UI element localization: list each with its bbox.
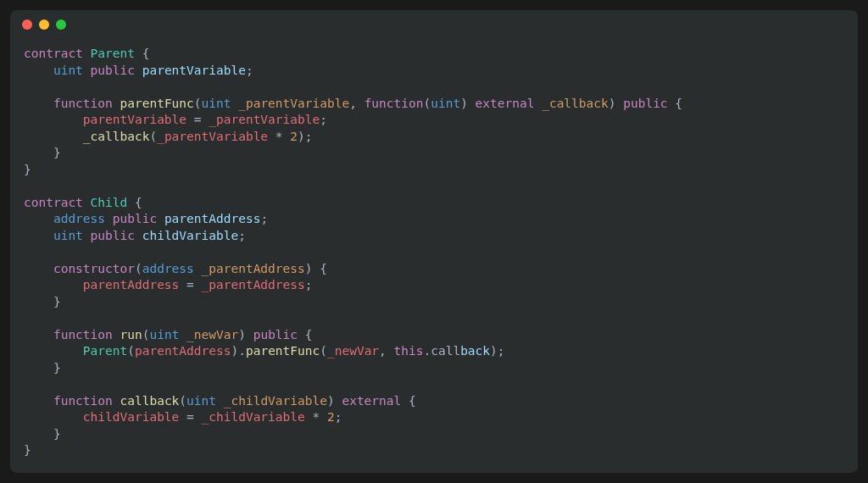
- code-token: (: [320, 344, 327, 358]
- code-token: [24, 212, 53, 225]
- code-line: parentVariable = _parentVariable;: [24, 112, 844, 129]
- code-token: contract: [24, 47, 91, 60]
- code-token: =: [186, 278, 201, 291]
- code-token: callback: [120, 394, 180, 408]
- code-token: public: [91, 64, 142, 77]
- code-token: (: [194, 97, 202, 110]
- code-token: _parentVariable: [238, 97, 349, 110]
- code-token: *: [275, 130, 290, 143]
- code-line: function parentFunc(uint _parentVariable…: [24, 96, 844, 113]
- code-line: function callback(uint _childVariable) e…: [24, 393, 844, 410]
- code-token: _parentAddress: [202, 262, 305, 275]
- code-token: run: [120, 328, 142, 341]
- code-line: Parent(parentAddress).parentFunc(_newVar…: [24, 343, 844, 360]
- code-token: _parentAddress: [202, 278, 305, 291]
- code-token: {: [409, 394, 416, 408]
- minimize-icon[interactable]: [39, 19, 49, 30]
- code-line: }: [24, 442, 844, 459]
- code-token: ): [327, 394, 342, 408]
- code-token: ).: [231, 344, 245, 358]
- code-line: uint public parentVariable;: [24, 63, 844, 80]
- code-token: {: [142, 47, 150, 60]
- code-token: }: [24, 427, 61, 441]
- code-token: ;: [238, 229, 246, 242]
- code-token: uint: [53, 64, 91, 77]
- code-token: childVariable: [83, 410, 186, 424]
- code-line: contract Child {: [24, 195, 844, 212]
- code-token: address: [142, 262, 202, 275]
- code-token: Parent: [83, 344, 127, 358]
- code-token: 2: [290, 130, 298, 143]
- code-token: [24, 344, 83, 358]
- code-editor-content[interactable]: contract Parent { uint public parentVari…: [10, 39, 858, 473]
- code-token: {: [675, 97, 682, 110]
- code-token: contract: [24, 196, 91, 209]
- code-token: ): [460, 97, 475, 110]
- code-token: uint: [431, 97, 460, 110]
- window-titlebar: [10, 10, 858, 39]
- code-line: [24, 178, 844, 195]
- code-token: [24, 262, 53, 275]
- code-token: [24, 394, 53, 408]
- code-token: _parentVariable: [209, 113, 320, 126]
- code-line: parentAddress = _parentAddress;: [24, 277, 844, 294]
- code-token: _callback: [542, 97, 609, 110]
- code-line: }: [24, 145, 844, 162]
- code-token: back: [460, 344, 490, 358]
- code-token: }: [24, 443, 31, 457]
- code-token: parentAddress: [83, 278, 186, 291]
- code-token: =: [186, 410, 201, 424]
- code-token: [24, 64, 53, 77]
- code-token: Child: [91, 196, 135, 209]
- code-token: );: [490, 344, 504, 358]
- code-token: function: [53, 97, 120, 110]
- code-token: parentVariable: [142, 64, 246, 77]
- code-line: [24, 376, 844, 393]
- code-token: uint: [186, 394, 224, 408]
- code-token: (: [127, 344, 135, 358]
- code-token: ;: [246, 64, 253, 77]
- code-line: }: [24, 426, 844, 443]
- close-icon[interactable]: [22, 19, 32, 30]
- code-token: [24, 113, 83, 126]
- code-line: }: [24, 162, 844, 179]
- code-token: external: [476, 97, 542, 110]
- code-token: =: [194, 113, 209, 126]
- code-token: parentFunc: [120, 97, 194, 110]
- code-token: function: [364, 97, 424, 110]
- code-token: function: [53, 328, 120, 341]
- code-token: (: [135, 262, 142, 275]
- code-token: [24, 328, 53, 341]
- code-token: parentFunc: [246, 344, 320, 358]
- code-line: [24, 310, 844, 327]
- code-token: ): [238, 328, 253, 341]
- code-token: (: [179, 394, 186, 408]
- code-token: public: [113, 212, 164, 225]
- code-token: childVariable: [142, 229, 239, 242]
- code-line: contract Parent {: [24, 46, 844, 63]
- code-line: }: [24, 294, 844, 311]
- code-token: );: [298, 130, 312, 143]
- code-token: ): [609, 97, 623, 110]
- code-token: uint: [202, 97, 239, 110]
- code-token: [24, 278, 83, 291]
- code-token: {: [305, 328, 313, 341]
- code-token: ;: [320, 113, 327, 126]
- code-token: parentVariable: [83, 113, 194, 126]
- code-token: ;: [305, 278, 313, 291]
- code-token: _childVariable: [224, 394, 327, 408]
- code-token: constructor: [53, 262, 135, 275]
- code-token: {: [135, 196, 142, 209]
- code-token: public: [91, 229, 142, 242]
- maximize-icon[interactable]: [56, 19, 66, 30]
- code-line: constructor(address _parentAddress) {: [24, 261, 844, 278]
- code-token: parentAddress: [135, 344, 231, 358]
- code-token: _childVariable: [202, 410, 313, 424]
- code-line: address public parentAddress;: [24, 211, 844, 228]
- code-token: }: [24, 146, 61, 159]
- code-token: ,: [379, 344, 393, 358]
- code-token: _newVar: [186, 328, 238, 341]
- code-token: this: [394, 344, 424, 358]
- code-token: *: [312, 410, 326, 424]
- code-token: uint: [53, 229, 91, 242]
